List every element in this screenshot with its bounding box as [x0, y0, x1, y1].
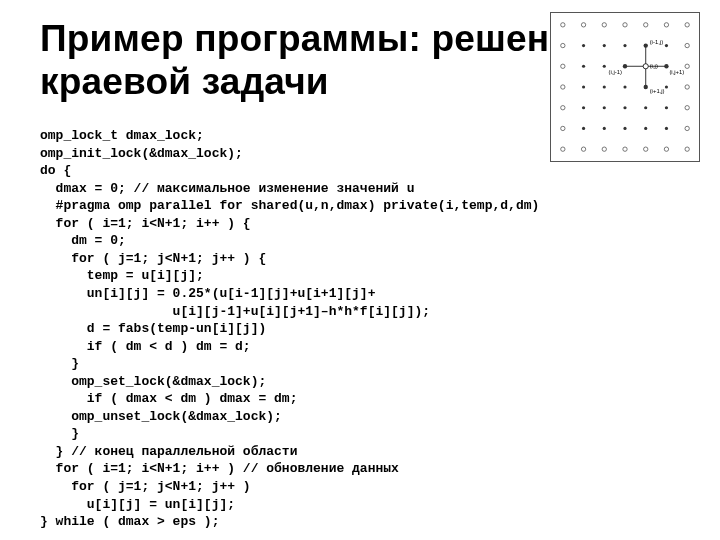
svg-text:(i,j+1): (i,j+1)	[669, 69, 684, 75]
stencil-diagram: (i,j)(i-1,j)(i+1,j)(i,j-1)(i,j+1)	[550, 12, 700, 162]
svg-point-32	[644, 106, 647, 109]
svg-point-24	[623, 85, 626, 88]
svg-point-57	[643, 64, 648, 69]
svg-point-8	[582, 44, 585, 47]
svg-point-36	[582, 127, 585, 130]
svg-point-40	[665, 127, 668, 130]
svg-point-26	[665, 85, 668, 88]
svg-point-22	[582, 85, 585, 88]
svg-point-28	[561, 106, 565, 110]
stencil-svg: (i,j)(i-1,j)(i+1,j)(i,j-1)(i,j+1)	[551, 13, 699, 161]
svg-point-33	[665, 106, 668, 109]
svg-point-9	[603, 44, 606, 47]
svg-point-30	[603, 106, 606, 109]
svg-point-12	[665, 44, 668, 47]
svg-point-44	[602, 147, 606, 151]
svg-point-1	[581, 23, 585, 27]
svg-point-39	[644, 127, 647, 130]
svg-point-13	[685, 43, 689, 47]
svg-point-10	[623, 44, 626, 47]
svg-point-53	[644, 43, 648, 47]
svg-point-43	[581, 147, 585, 151]
svg-point-0	[561, 23, 565, 27]
svg-point-45	[623, 147, 627, 151]
svg-point-20	[685, 64, 689, 68]
svg-text:(i,j-1): (i,j-1)	[609, 69, 622, 75]
svg-text:(i,j): (i,j)	[650, 63, 658, 69]
svg-point-16	[603, 65, 606, 68]
svg-point-37	[603, 127, 606, 130]
svg-point-2	[602, 23, 606, 27]
svg-point-42	[561, 147, 565, 151]
svg-point-34	[685, 106, 689, 110]
svg-point-7	[561, 43, 565, 47]
svg-point-27	[685, 85, 689, 89]
svg-point-31	[623, 106, 626, 109]
svg-point-55	[623, 64, 627, 68]
svg-point-38	[623, 127, 626, 130]
svg-point-6	[685, 23, 689, 27]
svg-point-23	[603, 85, 606, 88]
svg-point-5	[664, 23, 668, 27]
slide: (i,j)(i-1,j)(i+1,j)(i,j-1)(i,j+1) Пример…	[0, 0, 720, 540]
svg-point-46	[644, 147, 648, 151]
svg-point-54	[644, 85, 648, 89]
svg-point-48	[685, 147, 689, 151]
svg-point-29	[582, 106, 585, 109]
svg-text:(i-1,j): (i-1,j)	[650, 39, 663, 45]
svg-point-35	[561, 126, 565, 130]
svg-text:(i+1,j): (i+1,j)	[650, 88, 665, 94]
svg-point-3	[623, 23, 627, 27]
svg-point-15	[582, 65, 585, 68]
svg-point-4	[644, 23, 648, 27]
svg-point-47	[664, 147, 668, 151]
svg-point-41	[685, 126, 689, 130]
svg-point-21	[561, 85, 565, 89]
svg-point-14	[561, 64, 565, 68]
svg-point-56	[664, 64, 668, 68]
code-block: omp_lock_t dmax_lock; omp_init_lock(&dma…	[40, 127, 680, 531]
